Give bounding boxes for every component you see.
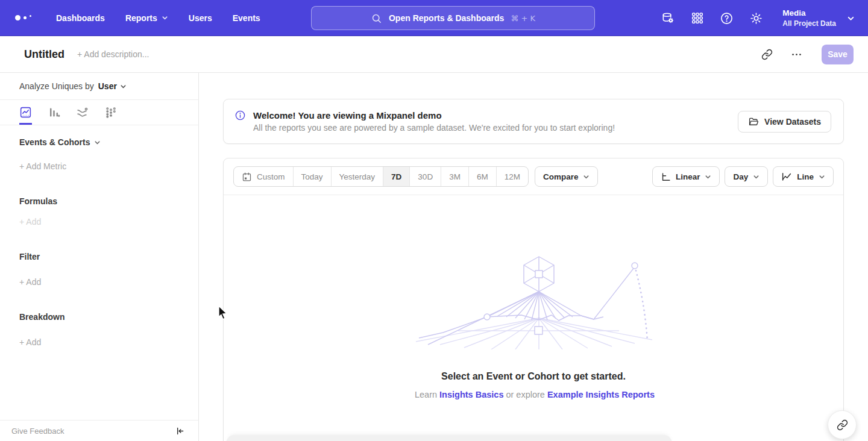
range-today[interactable]: Today	[294, 167, 332, 186]
empty-state: Select an Event or Cohort to get started…	[224, 195, 843, 399]
analyze-row: Analyze Uniques by User	[0, 73, 198, 100]
breakdown-section-title: Breakdown	[19, 312, 198, 322]
chevron-down-icon	[162, 14, 168, 21]
range-30d[interactable]: 30D	[410, 167, 441, 186]
add-filter-button[interactable]: + Add	[19, 277, 198, 287]
banner-title: Welcome! You are viewing a Mixpanel demo	[253, 110, 615, 120]
global-search[interactable]: Open Reports & Dashboards ⌘ + K	[311, 6, 595, 30]
add-metric-button[interactable]: + Add Metric	[19, 161, 198, 171]
empty-state-title: Select an Event or Cohort to get started…	[441, 371, 626, 382]
formulas-section-title: Formulas	[19, 196, 198, 206]
chevron-down-icon	[753, 174, 760, 180]
empty-state-illustration	[407, 253, 660, 349]
search-shortcut: ⌘ + K	[511, 14, 535, 23]
banner-text: Welcome! You are viewing a Mixpanel demo…	[253, 110, 615, 133]
search-placeholder: Open Reports & Dashboards	[389, 13, 504, 23]
project-name: Media	[782, 8, 836, 19]
data-management-icon[interactable]	[661, 11, 675, 25]
bar-chart-icon	[48, 106, 60, 119]
range-7d[interactable]: 7D	[383, 167, 410, 186]
line-chart-icon	[19, 106, 32, 119]
calendar-icon	[242, 172, 252, 182]
copy-link-fab[interactable]	[828, 410, 857, 439]
folder-icon	[748, 116, 759, 127]
report-title[interactable]: Untitled	[24, 48, 64, 61]
chevron-down-icon	[120, 83, 127, 90]
insights-report-card: Custom Today Yesterday 7D 30D 3M 6M 12M …	[223, 158, 844, 441]
tab-bar-chart[interactable]	[48, 100, 60, 125]
sidebar-footer: Give Feedback	[0, 420, 198, 441]
range-12m[interactable]: 12M	[497, 167, 528, 186]
search-icon	[371, 13, 382, 24]
apps-grid-icon[interactable]	[691, 11, 704, 25]
nav-right: Media All Project Data	[661, 0, 855, 36]
nav-reports[interactable]: Reports	[125, 13, 168, 23]
events-cohorts-section-title[interactable]: Events & Cohorts	[19, 137, 198, 147]
nav-dashboards[interactable]: Dashboards	[56, 13, 105, 23]
compare-dropdown[interactable]: Compare	[535, 166, 599, 187]
project-selector[interactable]: Media All Project Data	[782, 8, 855, 28]
line-chart-type-icon	[781, 171, 792, 182]
more-options-icon[interactable]	[787, 45, 806, 64]
add-formula-button[interactable]: + Add	[19, 217, 198, 227]
metric-type-tabs	[0, 100, 198, 125]
report-description-placeholder[interactable]: + Add description...	[77, 49, 149, 59]
or-explore-text: or explore	[506, 390, 544, 399]
project-text: Media All Project Data	[782, 8, 836, 28]
settings-icon[interactable]	[749, 11, 763, 25]
add-breakdown-button[interactable]: + Add	[19, 337, 198, 347]
chart-display-controls: Linear Day Line	[652, 166, 834, 187]
date-range-segmented-control: Custom Today Yesterday 7D 30D 3M 6M 12M	[233, 166, 529, 187]
empty-state-links: LearnInsights Basicsor exploreExample In…	[412, 390, 655, 399]
date-range-controls: Custom Today Yesterday 7D 30D 3M 6M 12M …	[233, 166, 598, 187]
report-header: Untitled + Add description... Save	[0, 36, 868, 73]
scale-dropdown[interactable]: Linear	[652, 166, 720, 187]
query-sidebar: Analyze Uniques by User	[0, 73, 199, 441]
chevron-down-icon	[583, 174, 590, 180]
example-insights-reports-link[interactable]: Example Insights Reports	[547, 390, 655, 399]
axis-scale-icon	[661, 172, 671, 182]
give-feedback-link[interactable]: Give Feedback	[11, 427, 64, 436]
chevron-down-icon	[819, 174, 825, 180]
chart-toolbar: Custom Today Yesterday 7D 30D 3M 6M 12M …	[224, 158, 843, 195]
view-datasets-button[interactable]: View Datasets	[738, 111, 831, 133]
chevron-down-icon	[847, 14, 855, 22]
range-custom[interactable]: Custom	[234, 167, 294, 186]
top-nav: Dashboards Reports Users Events Open Rep…	[0, 0, 868, 36]
tab-flow[interactable]	[76, 100, 89, 125]
range-yesterday[interactable]: Yesterday	[332, 167, 384, 186]
mixpanel-logo-icon[interactable]	[15, 15, 37, 20]
insights-basics-link[interactable]: Insights Basics	[439, 390, 503, 399]
bottom-panel-edge	[226, 435, 672, 441]
flow-icon	[76, 106, 89, 119]
save-button[interactable]: Save	[822, 45, 854, 64]
banner-subtitle: All the reports you see are powered by a…	[253, 123, 615, 133]
range-3m[interactable]: 3M	[441, 167, 469, 186]
tab-dot-grid[interactable]	[104, 100, 117, 125]
mixpanel-insights-page: Dashboards Reports Users Events Open Rep…	[0, 0, 868, 441]
collapse-sidebar-icon[interactable]	[175, 426, 185, 436]
learn-prefix: Learn	[415, 390, 437, 399]
info-icon	[234, 110, 246, 121]
help-icon[interactable]	[720, 11, 734, 25]
nav-links: Dashboards Reports Users Events	[56, 13, 260, 23]
link-icon	[837, 419, 848, 431]
range-6m[interactable]: 6M	[469, 167, 497, 186]
nav-events[interactable]: Events	[233, 13, 260, 23]
chart-type-dropdown[interactable]: Line	[773, 166, 834, 187]
chevron-down-icon	[705, 174, 711, 180]
tab-insights-line-chart[interactable]	[19, 100, 32, 125]
query-builder: Events & Cohorts + Add Metric Formulas +…	[0, 137, 198, 347]
filter-section-title: Filter	[19, 252, 198, 261]
welcome-banner: Welcome! You are viewing a Mixpanel demo…	[223, 99, 844, 144]
analyze-label: Analyze Uniques by	[19, 81, 94, 91]
dot-grid-icon	[104, 106, 117, 119]
analyze-by-dropdown[interactable]: User	[98, 81, 127, 91]
chevron-down-icon	[94, 139, 101, 146]
main-content: Welcome! You are viewing a Mixpanel demo…	[200, 73, 868, 441]
share-link-icon[interactable]	[758, 45, 776, 64]
nav-users[interactable]: Users	[189, 13, 212, 23]
project-scope: All Project Data	[782, 19, 836, 28]
interval-dropdown[interactable]: Day	[725, 166, 768, 187]
